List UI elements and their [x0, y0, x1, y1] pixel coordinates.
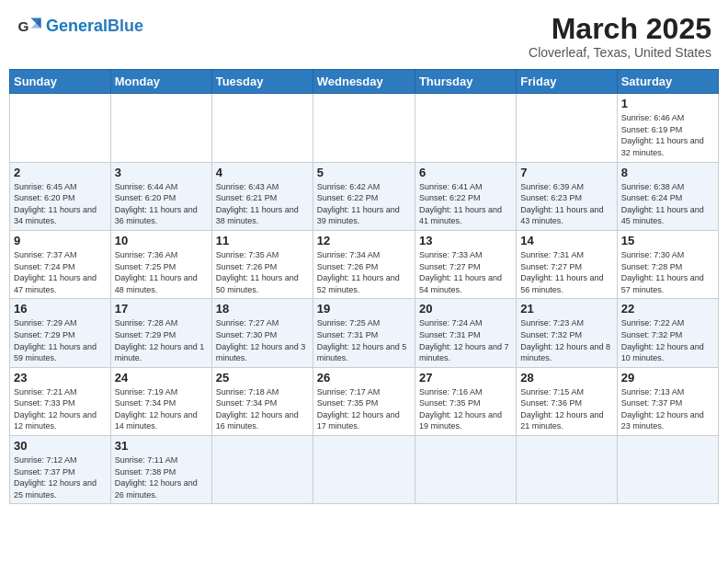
day-number: 24	[115, 371, 208, 385]
calendar-day-cell: 21Sunrise: 7:23 AMSunset: 7:32 PMDayligh…	[517, 299, 617, 367]
day-info: Sunrise: 7:24 AMSunset: 7:31 PMDaylight:…	[419, 317, 512, 363]
day-info: Sunrise: 7:19 AMSunset: 7:34 PMDaylight:…	[115, 386, 208, 432]
calendar-day-cell	[313, 94, 415, 162]
day-info: Sunrise: 7:37 AMSunset: 7:24 PMDaylight:…	[14, 249, 107, 295]
calendar-day-header: Wednesday	[313, 70, 415, 94]
calendar-day-cell	[415, 436, 516, 504]
calendar-day-cell: 12Sunrise: 7:34 AMSunset: 7:26 PMDayligh…	[313, 230, 415, 298]
calendar-day-header: Sunday	[10, 70, 111, 94]
calendar-day-cell: 23Sunrise: 7:21 AMSunset: 7:33 PMDayligh…	[10, 367, 111, 435]
day-number: 19	[317, 302, 411, 316]
calendar-day-cell: 9Sunrise: 7:37 AMSunset: 7:24 PMDaylight…	[10, 230, 111, 298]
day-number: 1	[621, 97, 714, 110]
day-number: 3	[115, 166, 208, 179]
day-info: Sunrise: 6:45 AMSunset: 6:20 PMDaylight:…	[14, 181, 107, 227]
calendar-day-cell: 20Sunrise: 7:24 AMSunset: 7:31 PMDayligh…	[415, 299, 516, 367]
calendar-day-header: Friday	[517, 70, 617, 94]
logo: G GeneralBlue	[17, 13, 143, 39]
day-info: Sunrise: 7:34 AMSunset: 7:26 PMDaylight:…	[317, 249, 411, 295]
day-number: 31	[115, 439, 208, 453]
calendar-week-row: 9Sunrise: 7:37 AMSunset: 7:24 PMDaylight…	[10, 230, 719, 298]
day-number: 8	[621, 166, 714, 179]
logo-text: GeneralBlue	[46, 17, 143, 35]
day-number: 7	[520, 166, 612, 179]
calendar-day-cell	[211, 436, 313, 504]
calendar-table: SundayMondayTuesdayWednesdayThursdayFrid…	[9, 69, 719, 504]
day-info: Sunrise: 7:22 AMSunset: 7:32 PMDaylight:…	[621, 317, 714, 363]
calendar-week-row: 16Sunrise: 7:29 AMSunset: 7:29 PMDayligh…	[10, 299, 719, 367]
calendar-header-row: SundayMondayTuesdayWednesdayThursdayFrid…	[10, 70, 719, 94]
day-info: Sunrise: 7:31 AMSunset: 7:27 PMDaylight:…	[520, 249, 612, 295]
day-info: Sunrise: 6:41 AMSunset: 6:22 PMDaylight:…	[419, 181, 512, 227]
calendar-day-header: Tuesday	[211, 70, 313, 94]
day-info: Sunrise: 7:36 AMSunset: 7:25 PMDaylight:…	[115, 249, 208, 295]
day-number: 26	[317, 371, 411, 385]
calendar-week-row: 1Sunrise: 6:46 AMSunset: 6:19 PMDaylight…	[10, 94, 719, 162]
calendar-day-cell: 3Sunrise: 6:44 AMSunset: 6:20 PMDaylight…	[110, 162, 211, 230]
calendar-day-cell	[110, 94, 211, 162]
day-info: Sunrise: 7:23 AMSunset: 7:32 PMDaylight:…	[520, 317, 612, 363]
calendar-day-cell	[517, 436, 617, 504]
calendar-day-cell: 24Sunrise: 7:19 AMSunset: 7:34 PMDayligh…	[110, 367, 211, 435]
calendar-day-cell	[10, 94, 111, 162]
calendar-day-cell	[617, 436, 718, 504]
day-info: Sunrise: 6:43 AMSunset: 6:21 PMDaylight:…	[216, 181, 309, 227]
calendar-day-cell	[211, 94, 313, 162]
day-number: 14	[520, 234, 612, 247]
page-header: G GeneralBlue March 2025 Cloverleaf, Tex…	[9, 9, 719, 63]
day-number: 12	[317, 234, 411, 247]
day-info: Sunrise: 7:30 AMSunset: 7:28 PMDaylight:…	[621, 249, 714, 295]
day-info: Sunrise: 6:44 AMSunset: 6:20 PMDaylight:…	[115, 181, 208, 227]
day-info: Sunrise: 6:38 AMSunset: 6:24 PMDaylight:…	[621, 181, 714, 227]
calendar-day-cell: 19Sunrise: 7:25 AMSunset: 7:31 PMDayligh…	[313, 299, 415, 367]
day-number: 21	[520, 302, 612, 316]
calendar-day-cell: 22Sunrise: 7:22 AMSunset: 7:32 PMDayligh…	[617, 299, 718, 367]
day-number: 22	[621, 302, 714, 316]
calendar-day-cell: 18Sunrise: 7:27 AMSunset: 7:30 PMDayligh…	[211, 299, 313, 367]
calendar-day-cell	[517, 94, 617, 162]
calendar-day-header: Thursday	[415, 70, 516, 94]
day-info: Sunrise: 7:16 AMSunset: 7:35 PMDaylight:…	[419, 386, 512, 432]
day-info: Sunrise: 7:17 AMSunset: 7:35 PMDaylight:…	[317, 386, 411, 432]
svg-text:G: G	[17, 18, 28, 34]
day-info: Sunrise: 6:46 AMSunset: 6:19 PMDaylight:…	[621, 112, 714, 158]
day-info: Sunrise: 7:18 AMSunset: 7:34 PMDaylight:…	[216, 386, 309, 432]
day-number: 20	[419, 302, 512, 316]
calendar-day-cell: 15Sunrise: 7:30 AMSunset: 7:28 PMDayligh…	[617, 230, 718, 298]
calendar-day-cell: 2Sunrise: 6:45 AMSunset: 6:20 PMDaylight…	[10, 162, 111, 230]
calendar-day-cell: 29Sunrise: 7:13 AMSunset: 7:37 PMDayligh…	[617, 367, 718, 435]
day-number: 4	[216, 166, 309, 179]
day-number: 9	[14, 234, 107, 247]
calendar-day-cell: 1Sunrise: 6:46 AMSunset: 6:19 PMDaylight…	[617, 94, 718, 162]
day-info: Sunrise: 7:27 AMSunset: 7:30 PMDaylight:…	[216, 317, 309, 363]
day-number: 27	[419, 371, 512, 385]
calendar-day-cell: 8Sunrise: 6:38 AMSunset: 6:24 PMDaylight…	[617, 162, 718, 230]
day-number: 18	[216, 302, 309, 316]
day-number: 5	[317, 166, 411, 179]
logo-icon: G	[17, 13, 42, 39]
title-block: March 2025 Cloverleaf, Texas, United Sta…	[529, 13, 711, 60]
day-number: 6	[419, 166, 512, 179]
day-info: Sunrise: 7:21 AMSunset: 7:33 PMDaylight:…	[14, 386, 107, 432]
calendar-day-header: Monday	[110, 70, 211, 94]
day-number: 11	[216, 234, 309, 247]
day-info: Sunrise: 7:15 AMSunset: 7:36 PMDaylight:…	[520, 386, 612, 432]
calendar-day-cell	[313, 436, 415, 504]
month-title: March 2025	[529, 13, 711, 45]
day-number: 16	[14, 302, 107, 316]
day-info: Sunrise: 7:25 AMSunset: 7:31 PMDaylight:…	[317, 317, 411, 363]
day-info: Sunrise: 7:33 AMSunset: 7:27 PMDaylight:…	[419, 249, 512, 295]
day-number: 28	[520, 371, 612, 385]
calendar-day-cell: 5Sunrise: 6:42 AMSunset: 6:22 PMDaylight…	[313, 162, 415, 230]
calendar-week-row: 23Sunrise: 7:21 AMSunset: 7:33 PMDayligh…	[10, 367, 719, 435]
calendar-day-cell: 28Sunrise: 7:15 AMSunset: 7:36 PMDayligh…	[517, 367, 617, 435]
calendar-day-cell: 14Sunrise: 7:31 AMSunset: 7:27 PMDayligh…	[517, 230, 617, 298]
calendar-day-cell: 17Sunrise: 7:28 AMSunset: 7:29 PMDayligh…	[110, 299, 211, 367]
calendar-day-cell: 6Sunrise: 6:41 AMSunset: 6:22 PMDaylight…	[415, 162, 516, 230]
calendar-day-cell	[415, 94, 516, 162]
calendar-day-cell: 16Sunrise: 7:29 AMSunset: 7:29 PMDayligh…	[10, 299, 111, 367]
calendar-day-cell: 7Sunrise: 6:39 AMSunset: 6:23 PMDaylight…	[517, 162, 617, 230]
calendar-day-cell: 4Sunrise: 6:43 AMSunset: 6:21 PMDaylight…	[211, 162, 313, 230]
calendar-day-cell: 13Sunrise: 7:33 AMSunset: 7:27 PMDayligh…	[415, 230, 516, 298]
calendar-week-row: 2Sunrise: 6:45 AMSunset: 6:20 PMDaylight…	[10, 162, 719, 230]
